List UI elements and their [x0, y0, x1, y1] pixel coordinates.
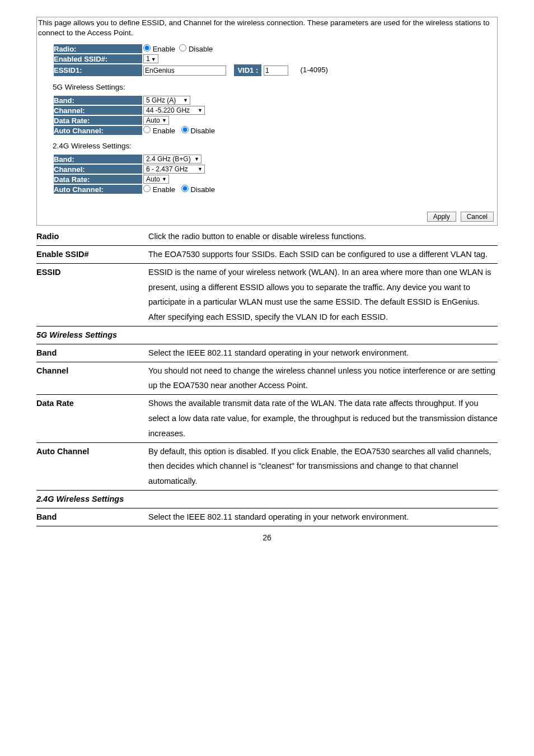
essid1-label: ESSID1:: [54, 64, 142, 76]
chevron-down-icon: ▼: [198, 166, 203, 172]
rate-5g-label: Data Rate:: [54, 116, 142, 125]
auto-24g-enable-label: Enable: [153, 185, 175, 194]
desc-label: Channel: [36, 362, 148, 395]
rate-5g-select[interactable]: Auto ▼: [143, 116, 169, 125]
vid1-range: (1-4095): [301, 66, 328, 74]
rate-24g-select[interactable]: Auto ▼: [143, 175, 169, 184]
desc-row: Enable SSID#The EOA7530 supports four SS…: [36, 245, 498, 263]
desc-text: Select the IEEE 802.11 standard operatin…: [148, 508, 498, 526]
radio-disable[interactable]: [179, 44, 186, 52]
band-24g-value: 2.4 GHz (B+G) ▼: [143, 155, 215, 164]
settings-panel: This page allows you to define ESSID, an…: [36, 17, 498, 226]
apply-button[interactable]: Apply: [427, 212, 456, 222]
row-5g-channel: Channel: 44 -5.220 GHz ▼: [54, 106, 215, 115]
desc-text: Shows the available transmit data rate o…: [148, 395, 498, 442]
radio-disable-label: Disable: [189, 45, 213, 53]
auto-24g-enable[interactable]: [143, 185, 151, 192]
band-24g-select[interactable]: 2.4 GHz (B+G) ▼: [143, 155, 202, 164]
chevron-down-icon: ▼: [194, 156, 199, 162]
heading-24g: 2.4G Wireless Settings:: [53, 142, 497, 150]
vid1-label: VID1 :: [234, 64, 261, 76]
row-radio: Radio: Enable Disable: [54, 44, 328, 53]
cancel-button[interactable]: Cancel: [461, 212, 494, 222]
form-24g: Band: 2.4 GHz (B+G) ▼ Channel: 6 - 2.437…: [53, 153, 216, 195]
auto-5g-disable[interactable]: [181, 126, 189, 133]
rate-24g-label: Data Rate:: [54, 175, 142, 184]
row-24g-rate: Data Rate: Auto ▼: [54, 175, 215, 184]
vid1-input[interactable]: [264, 66, 288, 76]
desc-row: BandSelect the IEEE 802.11 standard oper…: [36, 344, 498, 362]
channel-5g-select[interactable]: 44 -5.220 GHz ▼: [143, 106, 205, 115]
auto-24g-disable-label: Disable: [191, 185, 215, 194]
desc-label: Enable SSID#: [36, 245, 148, 263]
radio-value: Enable Disable: [143, 44, 328, 53]
desc-row: ChannelYou should not need to change the…: [36, 362, 498, 395]
form-top: Radio: Enable Disable Enabled SSID#: 1 ▼…: [53, 43, 329, 77]
row-5g-auto: Auto Channel: Enable Disable: [54, 126, 215, 135]
auto-5g-label: Auto Channel:: [54, 126, 142, 135]
desc-label: Auto Channel: [36, 442, 148, 490]
auto-5g-enable-label: Enable: [153, 127, 175, 135]
heading-5g: 5G Wireless Settings:: [53, 83, 497, 91]
desc-row: Data RateShows the available transmit da…: [36, 395, 498, 442]
row-24g-auto: Auto Channel: Enable Disable: [54, 185, 215, 194]
auto-24g-disable[interactable]: [181, 185, 189, 192]
desc-row: Auto ChannelBy default, this option is d…: [36, 442, 498, 490]
desc-text: By default, this option is disabled. If …: [148, 442, 498, 490]
page-number: 26: [36, 533, 498, 542]
desc-label: Band: [36, 344, 148, 362]
desc-label: Radio: [36, 228, 148, 245]
enabled-ssid-select[interactable]: 1 ▼: [143, 54, 158, 63]
desc-text: [148, 326, 498, 344]
desc-text: The EOA7530 supports four SSIDs. Each SS…: [148, 245, 498, 263]
band-5g-select[interactable]: 5 GHz (A) ▼: [143, 96, 190, 105]
band-5g-label: Band:: [54, 96, 142, 105]
radio-label: Radio:: [54, 44, 142, 53]
chevron-down-icon: ▼: [183, 97, 188, 103]
channel-5g-value: 44 -5.220 GHz ▼: [143, 106, 215, 115]
auto-24g-value: Enable Disable: [143, 185, 215, 194]
desc-row: 5G Wireless Settings: [36, 326, 498, 344]
row-5g-band: Band: 5 GHz (A) ▼: [54, 96, 215, 105]
row-enabled-ssid: Enabled SSID#: 1 ▼: [54, 54, 328, 63]
description-table: RadioClick the radio button to enable or…: [36, 228, 498, 526]
auto-24g-label: Auto Channel:: [54, 185, 142, 194]
essid1-value-cell: VID1 : (1-4095): [143, 64, 328, 76]
chevron-down-icon: ▼: [162, 118, 167, 123]
button-row: Apply Cancel: [37, 212, 497, 225]
rate-24g-value: Auto ▼: [143, 175, 215, 184]
radio-enable[interactable]: [143, 44, 151, 52]
desc-text: [148, 491, 498, 508]
enabled-ssid-value: 1 ▼: [143, 54, 328, 63]
enabled-ssid-label: Enabled SSID#:: [54, 54, 142, 63]
desc-label: Data Rate: [36, 395, 148, 442]
desc-label: 2.4G Wireless Settings: [36, 491, 148, 508]
desc-text: You should not need to change the wirele…: [148, 362, 498, 395]
desc-label: 5G Wireless Settings: [36, 326, 148, 344]
form-5g: Band: 5 GHz (A) ▼ Channel: 44 -5.220 GHz…: [53, 95, 216, 136]
row-5g-rate: Data Rate: Auto ▼: [54, 116, 215, 125]
chevron-down-icon: ▼: [198, 108, 203, 113]
chevron-down-icon: ▼: [162, 176, 167, 182]
channel-5g-label: Channel:: [54, 106, 142, 115]
band-24g-label: Band:: [54, 155, 142, 164]
desc-label: Band: [36, 508, 148, 526]
row-24g-channel: Channel: 6 - 2.437 GHz ▼: [54, 165, 215, 174]
radio-enable-label: Enable: [153, 45, 175, 53]
desc-row: BandSelect the IEEE 802.11 standard oper…: [36, 508, 498, 526]
desc-text: Click the radio button to enable or disa…: [148, 228, 498, 245]
chevron-down-icon: ▼: [151, 57, 156, 62]
desc-row: RadioClick the radio button to enable or…: [36, 228, 498, 245]
desc-row: 2.4G Wireless Settings: [36, 491, 498, 508]
channel-24g-select[interactable]: 6 - 2.437 GHz ▼: [143, 165, 205, 174]
row-essid1: ESSID1: VID1 : (1-4095): [54, 64, 328, 76]
panel-description: This page allows you to define ESSID, an…: [37, 17, 497, 40]
auto-5g-enable[interactable]: [143, 126, 151, 133]
channel-24g-value: 6 - 2.437 GHz ▼: [143, 165, 215, 174]
essid1-input[interactable]: [143, 66, 226, 76]
rate-5g-value: Auto ▼: [143, 116, 215, 125]
desc-label: ESSID: [36, 263, 148, 326]
desc-text: Select the IEEE 802.11 standard operatin…: [148, 344, 498, 362]
auto-5g-value: Enable Disable: [143, 126, 215, 135]
channel-24g-label: Channel:: [54, 165, 142, 174]
